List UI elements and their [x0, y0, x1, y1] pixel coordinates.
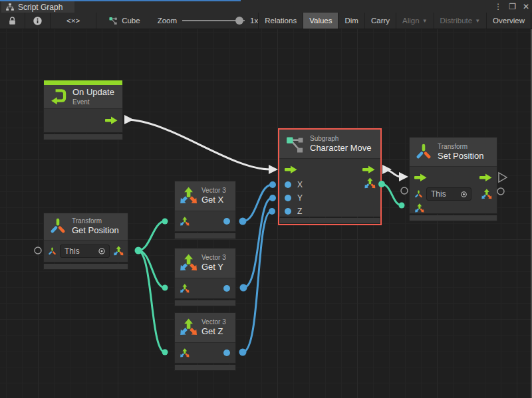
node-caption: Event	[72, 98, 114, 106]
port-label-x: X	[297, 180, 303, 189]
zoom-label: Zoom	[158, 17, 177, 25]
this-field-value: This	[431, 189, 460, 199]
window-titlebar[interactable]: Script Graph ⋮ ❐ ✕	[0, 0, 532, 13]
code-icon: <×>	[66, 17, 80, 25]
node-caption: Transform	[72, 217, 119, 225]
info-icon	[33, 16, 43, 26]
transform-icon	[49, 218, 66, 235]
node-get-x[interactable]: Vector 3 Get X	[174, 181, 236, 239]
node-footer	[174, 300, 236, 306]
this-object-field[interactable]: This	[60, 245, 110, 258]
node-caption: Subgraph	[310, 134, 371, 143]
graph-toolbar: <×> Cube Zoom 1x Relations Values Dim Ca…	[0, 13, 532, 29]
node-footer	[43, 134, 123, 140]
z-in-port[interactable]	[285, 208, 291, 215]
vector3-out-port-icon[interactable]	[113, 246, 124, 256]
flow-in-port[interactable]	[414, 173, 427, 182]
this-object-field[interactable]: This	[426, 187, 471, 201]
transform-in-port-icon[interactable]	[48, 247, 57, 256]
graph-owner-label: Cube	[122, 17, 140, 25]
close-icon[interactable]: ✕	[523, 2, 529, 11]
node-title: Get Z	[201, 326, 226, 338]
y-in-port[interactable]	[285, 195, 291, 201]
flow-out-port[interactable]	[479, 173, 492, 182]
node-title: Set Position	[438, 151, 483, 162]
dim-button[interactable]: Dim	[338, 13, 364, 29]
maximize-icon[interactable]: ❐	[509, 2, 516, 11]
node-footer	[174, 365, 236, 371]
node-footer	[43, 264, 128, 270]
float-out-port[interactable]	[223, 349, 230, 356]
flow-out-port[interactable]	[362, 165, 375, 174]
vector3-icon	[179, 254, 198, 272]
node-title: Get Position	[72, 225, 119, 237]
node-footer	[279, 218, 380, 224]
graph-owner-breadcrumb[interactable]: Cube	[108, 16, 140, 25]
vector3-icon	[179, 187, 198, 205]
distribute-dropdown[interactable]: Distribute ▼	[434, 13, 487, 29]
flow-out-port[interactable]	[105, 116, 118, 125]
align-dropdown[interactable]: Align ▼	[396, 13, 434, 29]
port-label-z: Z	[297, 207, 302, 216]
vector3-out-port-icon[interactable]	[364, 177, 376, 189]
graph-owner-icon	[108, 16, 118, 25]
carry-button[interactable]: Carry	[365, 13, 396, 29]
node-title: Get X	[201, 195, 226, 206]
lock-icon	[7, 16, 17, 26]
node-get-position[interactable]: Transform Get Position This	[43, 213, 128, 270]
code-view-button[interactable]: <×>	[51, 13, 96, 29]
values-button[interactable]: Values	[303, 13, 338, 29]
node-get-z[interactable]: Vector 3 Get Z	[174, 312, 236, 371]
node-title: Get Y	[201, 262, 226, 273]
relations-button[interactable]: Relations	[259, 13, 303, 29]
zoom-value: 1x	[250, 17, 258, 25]
vector3-value-in-port-icon[interactable]	[414, 203, 424, 213]
vector3-in-port-icon[interactable]	[180, 284, 190, 294]
transform-out-port-icon[interactable]	[481, 189, 492, 200]
node-title: On Update	[72, 87, 114, 98]
relations-label: Relations	[265, 17, 297, 25]
node-title: Character Move	[310, 143, 371, 154]
float-out-port[interactable]	[223, 285, 230, 292]
distribute-label: Distribute	[440, 17, 473, 25]
node-set-position[interactable]: Transform Set Position This	[409, 137, 497, 221]
chevron-down-icon: ▼	[422, 18, 428, 24]
vector3-in-port-icon[interactable]	[180, 348, 190, 358]
window-menu-icon[interactable]: ⋮	[494, 2, 502, 11]
script-graph-icon	[5, 3, 15, 12]
node-caption: Vector 3	[201, 186, 226, 195]
zoom-slider-handle[interactable]	[235, 17, 243, 25]
chevron-down-icon: ▼	[475, 18, 480, 24]
node-caption: Vector 3	[201, 318, 226, 326]
carry-label: Carry	[371, 17, 390, 25]
node-caption: Transform	[438, 142, 483, 151]
port-label-y: Y	[297, 193, 303, 203]
node-character-move[interactable]: Subgraph Character Move X Y Z	[278, 128, 382, 225]
node-footer	[409, 215, 497, 221]
zoom-slider[interactable]	[182, 17, 245, 25]
transform-in-port-icon[interactable]	[414, 190, 423, 199]
node-caption: Vector 3	[201, 253, 226, 262]
x-in-port[interactable]	[285, 181, 291, 188]
transform-icon	[415, 144, 432, 161]
lock-button[interactable]	[0, 13, 25, 29]
node-footer	[174, 233, 236, 239]
tab-script-graph[interactable]: Script Graph	[1, 1, 74, 13]
overview-button[interactable]: Overview	[487, 13, 531, 29]
float-out-port[interactable]	[223, 218, 230, 225]
object-picker-icon[interactable]	[97, 247, 106, 256]
subgraph-icon	[285, 134, 305, 154]
vector3-icon	[179, 318, 198, 337]
on-update-loop-icon	[49, 88, 67, 106]
info-button[interactable]	[25, 13, 51, 29]
event-accent-bar	[44, 80, 122, 85]
object-picker-icon[interactable]	[460, 190, 468, 199]
this-field-value: This	[65, 247, 97, 256]
node-get-y[interactable]: Vector 3 Get Y	[174, 248, 236, 306]
values-label: Values	[309, 17, 332, 25]
align-label: Align	[402, 17, 420, 25]
overview-label: Overview	[493, 17, 525, 25]
flow-in-port[interactable]	[285, 165, 297, 174]
node-on-update[interactable]: On Update Event	[43, 80, 123, 140]
vector3-in-port-icon[interactable]	[180, 217, 190, 227]
